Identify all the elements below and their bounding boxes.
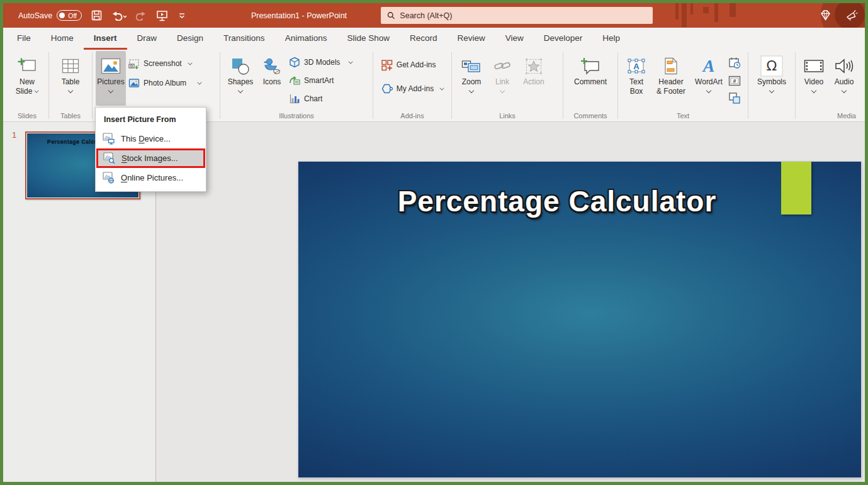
tab-animations[interactable]: Animations	[275, 28, 337, 50]
date-time-button[interactable]	[727, 55, 742, 70]
autosave-toggle[interactable]: AutoSave Off	[18, 10, 82, 21]
group-divider	[92, 52, 93, 119]
tab-slide-show[interactable]: Slide Show	[337, 28, 400, 50]
object-icon	[728, 92, 741, 104]
search-input[interactable]	[400, 11, 646, 20]
slide-number-button[interactable]: #	[727, 73, 742, 88]
pictures-button[interactable]: Pictures	[96, 51, 126, 106]
group-divider	[617, 52, 618, 119]
titlebar-decoration	[670, 3, 746, 28]
icons-button[interactable]: Icons	[257, 51, 286, 106]
new-slide-button[interactable]: New Slide	[9, 51, 45, 106]
insert-object-button[interactable]	[727, 91, 742, 106]
menu-item-label: Online Pictures...	[121, 173, 183, 182]
group-divider	[220, 52, 220, 119]
this-device-icon	[103, 133, 115, 145]
header-footer-icon	[663, 55, 679, 77]
svg-text:A: A	[633, 62, 640, 71]
chevron-down-icon	[35, 88, 39, 92]
tab-file[interactable]: File	[7, 28, 41, 50]
group-divider	[48, 52, 49, 119]
tab-draw[interactable]: Draw	[127, 28, 167, 50]
slide-canvas: Percentage Calculator	[156, 122, 865, 482]
shapes-button[interactable]: Shapes	[223, 51, 257, 106]
chevron-down-icon	[769, 88, 774, 93]
save-button[interactable]	[91, 10, 102, 21]
ribbon-group-slides: New Slide Slides	[7, 50, 47, 121]
icons-duck-icon	[262, 55, 281, 77]
tab-design[interactable]: Design	[167, 28, 213, 50]
get-addins-icon	[381, 59, 393, 71]
redo-button[interactable]	[136, 10, 147, 21]
tab-home[interactable]: Home	[41, 28, 84, 50]
tab-view[interactable]: View	[495, 28, 534, 50]
my-addins-icon	[381, 83, 393, 94]
ribbon-group-symbols: Ω Symbols	[750, 50, 794, 121]
action-button: Action	[517, 51, 551, 106]
online-pictures-icon	[103, 172, 115, 184]
autosave-switch[interactable]: Off	[57, 10, 82, 21]
group-label-media: Media	[837, 112, 865, 120]
ribbon-group-links: Zoom Link Action Links	[453, 50, 561, 121]
start-presentation-button[interactable]	[156, 10, 168, 21]
date-time-icon	[728, 57, 741, 69]
chevron-down-icon	[188, 60, 192, 65]
group-divider	[795, 52, 796, 119]
menu-header: Insert Picture From	[96, 109, 206, 129]
zoom-button[interactable]: Zoom	[455, 51, 488, 106]
photo-album-button[interactable]: Photo Album	[126, 75, 204, 91]
search-icon	[387, 11, 395, 20]
menu-item-online-pictures[interactable]: Online Pictures...	[96, 168, 206, 187]
document-title: Presentation1 - PowerPoint	[211, 11, 387, 20]
wordart-button[interactable]: A WordArt	[690, 51, 727, 106]
menu-item-this-device[interactable]: This Device...	[96, 129, 206, 148]
tab-record[interactable]: Record	[400, 28, 448, 50]
group-label-comments: Comments	[565, 112, 616, 120]
ribbon-tab-bar: File Home Insert Draw Design Transitions…	[3, 28, 865, 50]
symbols-button[interactable]: Ω Symbols	[752, 51, 791, 106]
customize-qat-button[interactable]	[178, 11, 186, 20]
video-button[interactable]: Video	[799, 51, 829, 106]
group-divider	[373, 52, 373, 119]
menu-item-stock-images[interactable]: Stock Images...	[96, 148, 205, 168]
tab-help[interactable]: Help	[592, 28, 630, 50]
svg-text:A: A	[702, 57, 715, 75]
chevron-down-icon	[706, 88, 711, 93]
autosave-label: AutoSave	[18, 11, 52, 20]
feedback-megaphone-button[interactable]	[846, 9, 859, 21]
coming-soon-gem-button[interactable]	[819, 9, 832, 21]
chevron-down-icon	[469, 88, 474, 93]
table-button[interactable]: Table	[53, 51, 88, 106]
chevron-down-icon	[811, 88, 816, 93]
slide[interactable]: Percentage Calculator	[298, 162, 861, 477]
stock-images-icon	[103, 152, 115, 164]
my-addins-button[interactable]: My Add-ins	[378, 81, 446, 96]
smartart-button[interactable]: SmartArt	[286, 73, 355, 88]
insert-picture-menu: Insert Picture From This Device... Stock…	[95, 107, 206, 192]
svg-text:#: #	[733, 77, 736, 84]
action-star-icon	[525, 55, 543, 77]
comment-button[interactable]: Comment	[568, 51, 613, 106]
tab-transitions[interactable]: Transitions	[213, 28, 275, 50]
undo-button[interactable]	[111, 10, 127, 21]
slide-title-text[interactable]: Percentage Calculator	[298, 184, 816, 218]
text-box-icon: A	[627, 55, 646, 77]
screenshot-button[interactable]: Screenshot	[126, 56, 204, 71]
slide-accent-rect[interactable]	[781, 162, 811, 215]
tab-review[interactable]: Review	[448, 28, 495, 50]
wordart-icon: A	[699, 55, 718, 77]
tab-developer[interactable]: Developer	[534, 28, 593, 50]
3d-models-button[interactable]: 3D Models	[286, 55, 355, 70]
application-window: AutoSave Off	[0, 0, 868, 485]
audio-button[interactable]: Audio	[829, 51, 859, 106]
header-footer-button[interactable]: Header & Footer	[651, 51, 690, 106]
autosave-state: Off	[68, 12, 77, 20]
chart-button[interactable]: Chart	[286, 91, 355, 106]
tab-insert[interactable]: Insert	[84, 28, 127, 50]
search-bar[interactable]	[381, 7, 653, 24]
ribbon-group-media: Video Audio Media	[797, 50, 865, 121]
text-box-button[interactable]: A Text Box	[621, 51, 651, 106]
zoom-summary-icon	[461, 55, 482, 77]
get-addins-button[interactable]: Get Add-ins	[378, 57, 446, 72]
svg-text:Ω: Ω	[767, 58, 777, 74]
